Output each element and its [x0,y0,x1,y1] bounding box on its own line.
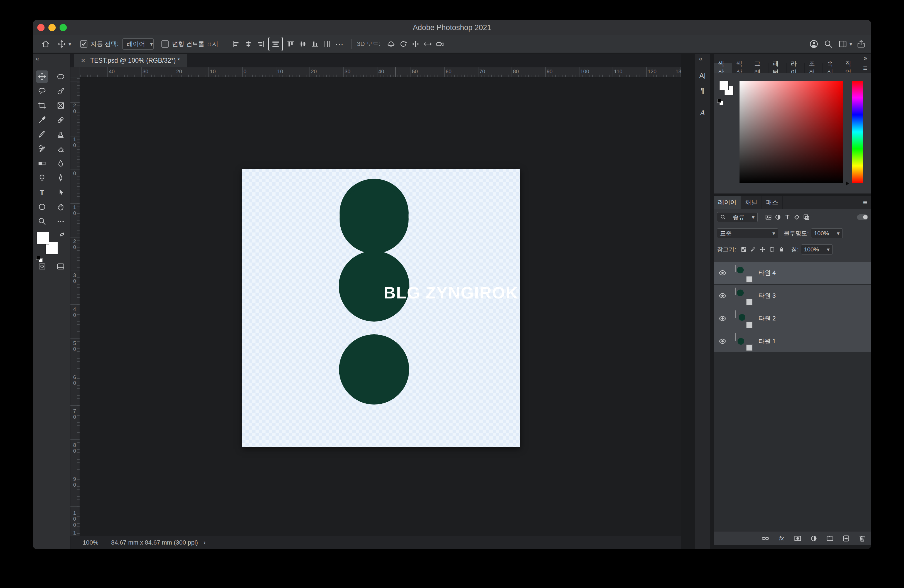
default-colors-icon[interactable] [717,99,721,103]
visibility-eye-icon[interactable] [714,285,731,307]
visibility-eye-icon[interactable] [714,262,731,284]
align-vertical-centers-icon[interactable] [297,38,309,50]
saturation-brightness-field[interactable] [740,81,843,183]
active-align-option[interactable] [268,37,283,51]
lock-artboard-icon[interactable] [767,245,777,254]
edit-toolbar-icon[interactable] [55,215,67,228]
layer-row[interactable]: 타원 3 [714,285,871,307]
filter-toggle[interactable] [857,214,868,220]
eyedropper-tool[interactable] [36,114,48,126]
tab-channels[interactable]: 채널 [741,196,762,209]
canvas-text[interactable]: BLG ZYNGIROK [384,283,518,302]
account-avatar-icon[interactable] [808,38,820,50]
align-right-edges-icon[interactable] [254,38,267,50]
adjustment-layer-icon[interactable] [809,534,819,543]
tab-adjustments[interactable]: 조정 [804,63,823,73]
align-horizontal-centers-icon[interactable] [242,38,254,50]
move-tool[interactable] [36,70,48,83]
distribute-centers-icon[interactable] [321,38,333,50]
tab-patterns[interactable]: 패턴 [768,63,787,73]
clone-stamp-tool[interactable] [55,128,67,141]
collapse-dock-icon[interactable]: » [864,54,867,62]
panel-menu-icon[interactable]: ≡ [859,196,871,209]
filter-smart-objects-icon[interactable] [801,213,811,221]
visibility-eye-icon[interactable] [714,330,731,352]
home-icon[interactable] [40,38,52,50]
marquee-tool[interactable] [55,70,67,83]
3d-roll-icon[interactable] [397,38,409,50]
frame-tool[interactable] [55,100,67,112]
collapse-tools-icon[interactable]: « [36,55,39,63]
3d-orbit-icon[interactable] [385,38,397,50]
layer-row[interactable]: 타원 1 [714,330,871,352]
screen-mode-icon[interactable] [55,260,67,273]
delete-layer-trash-icon[interactable] [858,534,867,543]
pen-tool[interactable] [55,172,67,184]
panel-menu-icon[interactable]: ≡ [859,63,871,73]
layer-row[interactable]: 타원 2 [714,307,871,330]
lock-position-icon[interactable] [758,245,767,254]
history-brush-tool[interactable] [36,143,48,155]
default-colors-icon[interactable] [36,256,40,260]
share-icon[interactable] [855,38,867,50]
layer-thumbnail[interactable] [735,334,751,349]
search-icon[interactable] [822,38,834,50]
add-layer-mask-icon[interactable] [793,534,803,543]
tool-preset-chevron-icon[interactable]: ▾ [68,41,71,47]
path-selection-tool[interactable] [55,186,67,199]
lasso-tool[interactable] [36,85,48,97]
ellipse-shape-1[interactable] [339,334,409,405]
brush-tool[interactable] [36,128,48,141]
swap-colors-icon[interactable] [58,231,66,240]
tab-libraries[interactable]: 라이 [787,63,804,73]
tab-history[interactable]: 작업 [841,63,859,73]
quick-selection-tool[interactable] [55,85,67,97]
fill-dropdown[interactable]: 100% ▾ [801,245,833,254]
new-group-folder-icon[interactable] [825,534,835,543]
tab-properties[interactable]: 속성 [823,63,841,73]
align-left-edges-icon[interactable] [230,38,242,50]
visibility-eye-icon[interactable] [714,307,731,330]
gradient-tool[interactable] [36,157,48,169]
filter-adjustment-layers-icon[interactable] [773,213,783,221]
blur-tool[interactable] [55,157,67,169]
foreground-color-swatch[interactable] [719,81,729,90]
document-info[interactable]: 84.67 mm x 84.67 mm (300 ppi) › [111,539,205,546]
3d-slide-icon[interactable] [422,38,434,50]
workspace-switcher-icon[interactable] [837,38,849,50]
tab-gradients[interactable]: 그레 [750,63,768,73]
new-layer-icon[interactable] [841,534,851,543]
zoom-level[interactable]: 100% [83,539,98,546]
lock-all-icon[interactable] [777,245,786,254]
eraser-tool[interactable] [55,143,67,155]
healing-brush-tool[interactable] [55,114,67,126]
type-tool[interactable]: T [36,186,48,199]
align-top-edges-icon[interactable] [284,38,297,50]
opacity-dropdown[interactable]: 100% ▾ [811,228,843,238]
paragraph-panel-icon[interactable]: ¶ [697,85,708,96]
auto-select-dropdown[interactable]: 레이어 ▾ [122,38,153,49]
status-chevron-icon[interactable]: › [204,539,205,546]
expand-panels-icon[interactable]: « [699,55,702,63]
layer-name[interactable]: 타원 1 [759,337,776,346]
hue-slider[interactable] [852,81,863,183]
ellipse-shape-3[interactable] [340,185,409,254]
layer-name[interactable]: 타원 3 [759,291,776,300]
3d-camera-icon[interactable] [434,38,446,50]
vertical-ruler[interactable]: 20 10 0 10 20 30 40 50 60 70 80 90 100 1 [70,77,80,536]
shape-tool[interactable] [36,201,48,213]
layer-name[interactable]: 타원 4 [759,269,776,277]
auto-select-checkbox[interactable] [80,40,87,47]
lock-transparency-icon[interactable] [739,245,748,254]
close-tab-icon[interactable]: × [81,56,85,65]
more-options-icon[interactable]: ⋯ [333,38,346,50]
show-transform-checkbox[interactable] [161,40,169,47]
canvas[interactable]: BLG ZYNGIROK [242,169,520,447]
filter-shape-layers-icon[interactable] [792,213,801,221]
lock-pixels-icon[interactable] [748,245,758,254]
ruler-corner[interactable] [70,67,80,77]
3d-pan-icon[interactable] [409,38,422,50]
glyphs-panel-icon[interactable]: A [697,107,708,119]
align-bottom-edges-icon[interactable] [309,38,321,50]
document-tab[interactable]: × TEST.psd @ 100% (RGB/32*) * [74,54,187,67]
